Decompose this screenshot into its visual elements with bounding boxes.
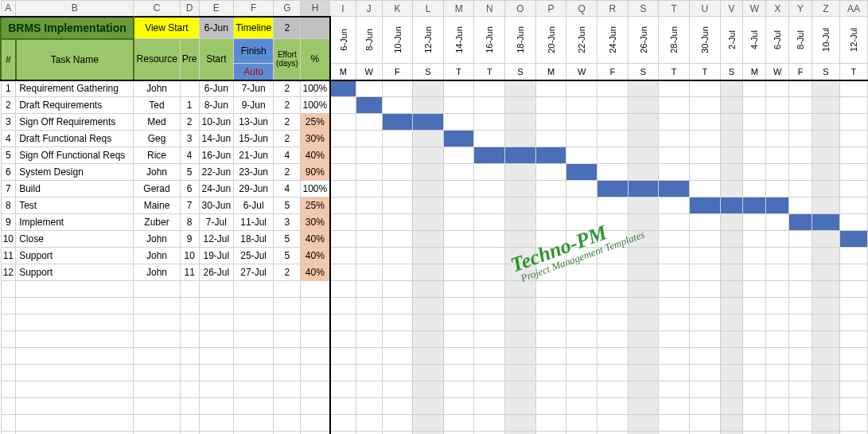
gantt-cell[interactable]	[812, 147, 839, 164]
empty-gantt-cell[interactable]	[566, 281, 597, 298]
gantt-cell[interactable]	[743, 97, 766, 114]
gantt-cell[interactable]	[413, 147, 444, 164]
gantt-cell[interactable]	[474, 97, 505, 114]
gantt-cell[interactable]	[566, 231, 597, 248]
gantt-cell[interactable]	[535, 264, 566, 281]
gantt-cell[interactable]	[382, 114, 413, 131]
empty-gantt-cell[interactable]	[505, 298, 536, 315]
gantt-cell[interactable]	[689, 80, 720, 97]
gantt-cell[interactable]	[356, 197, 383, 214]
empty-gantt-cell[interactable]	[474, 315, 505, 331]
gantt-cell[interactable]	[789, 80, 812, 97]
empty-cell[interactable]	[233, 432, 274, 435]
gantt-cell[interactable]	[330, 147, 356, 164]
gantt-cell[interactable]	[505, 264, 536, 281]
empty-gantt-cell[interactable]	[597, 281, 629, 298]
start-date[interactable]: 16-Jun	[199, 147, 233, 164]
finish-date[interactable]: 18-Jul	[233, 231, 274, 248]
gantt-cell[interactable]	[789, 114, 812, 131]
gantt-cell[interactable]	[597, 197, 629, 214]
empty-gantt-cell[interactable]	[566, 331, 597, 348]
empty-cell[interactable]	[1, 281, 16, 298]
pct-complete[interactable]: 25%	[301, 114, 330, 131]
empty-cell[interactable]	[180, 398, 199, 415]
empty-gantt-cell[interactable]	[443, 331, 474, 348]
gantt-cell[interactable]	[474, 80, 505, 97]
gantt-cell[interactable]	[628, 80, 659, 97]
column-header-J[interactable]: J	[356, 1, 383, 17]
gantt-cell[interactable]	[839, 114, 867, 131]
pct-complete[interactable]: 100%	[301, 80, 330, 97]
column-header-V[interactable]: V	[720, 1, 743, 17]
empty-cell[interactable]	[134, 331, 180, 348]
gantt-cell[interactable]	[812, 197, 839, 214]
predecessor[interactable]: 10	[180, 248, 199, 264]
empty-cell[interactable]	[1, 415, 16, 432]
predecessor[interactable]: 7	[180, 197, 199, 214]
empty-gantt-cell[interactable]	[566, 381, 597, 398]
empty-gantt-cell[interactable]	[443, 281, 474, 298]
empty-gantt-cell[interactable]	[597, 298, 629, 315]
empty-gantt-cell[interactable]	[689, 432, 720, 435]
timeline-value[interactable]: 2	[274, 17, 301, 39]
effort[interactable]: 5	[274, 231, 301, 248]
gantt-cell[interactable]	[413, 231, 444, 248]
gantt-cell[interactable]	[505, 80, 536, 97]
empty-cell[interactable]	[301, 365, 330, 381]
empty-gantt-cell[interactable]	[535, 398, 566, 415]
gantt-cell[interactable]	[839, 264, 867, 281]
empty-cell[interactable]	[301, 331, 330, 348]
gantt-cell[interactable]	[535, 248, 566, 264]
gantt-cell[interactable]	[413, 181, 444, 197]
gantt-cell[interactable]	[356, 231, 383, 248]
empty-gantt-cell[interactable]	[689, 315, 720, 331]
column-header-W[interactable]: W	[743, 1, 766, 17]
start-date[interactable]: 6-Jun	[199, 80, 233, 97]
gantt-cell[interactable]	[659, 181, 690, 197]
empty-gantt-cell[interactable]	[659, 298, 690, 315]
empty-gantt-cell[interactable]	[505, 415, 536, 432]
empty-gantt-cell[interactable]	[382, 348, 413, 365]
column-header-X[interactable]: X	[766, 1, 789, 17]
empty-cell[interactable]	[16, 281, 134, 298]
empty-gantt-cell[interactable]	[382, 381, 413, 398]
gantt-cell[interactable]	[505, 131, 536, 147]
pct-complete[interactable]: 90%	[301, 164, 330, 181]
task-name[interactable]: Support	[16, 248, 134, 264]
gantt-cell[interactable]	[356, 114, 383, 131]
empty-gantt-cell[interactable]	[505, 331, 536, 348]
gantt-cell[interactable]	[382, 131, 413, 147]
gantt-cell[interactable]	[812, 97, 839, 114]
gantt-cell[interactable]	[789, 97, 812, 114]
empty-cell[interactable]	[274, 348, 301, 365]
effort[interactable]: 2	[274, 80, 301, 97]
empty-gantt-cell[interactable]	[413, 398, 444, 415]
empty-cell[interactable]	[301, 298, 330, 315]
empty-gantt-cell[interactable]	[566, 298, 597, 315]
pct-complete[interactable]: 40%	[301, 147, 330, 164]
predecessor[interactable]: 5	[180, 164, 199, 181]
gantt-cell[interactable]	[597, 181, 629, 197]
gantt-cell[interactable]	[597, 164, 629, 181]
predecessor[interactable]: 1	[180, 97, 199, 114]
empty-gantt-cell[interactable]	[382, 432, 413, 435]
gantt-cell[interactable]	[443, 181, 474, 197]
gantt-cell[interactable]	[766, 197, 789, 214]
empty-cell[interactable]	[16, 432, 134, 435]
empty-gantt-cell[interactable]	[689, 415, 720, 432]
gantt-cell[interactable]	[535, 197, 566, 214]
gantt-cell[interactable]	[766, 231, 789, 248]
gantt-cell[interactable]	[505, 114, 536, 131]
gantt-cell[interactable]	[474, 264, 505, 281]
gantt-cell[interactable]	[720, 131, 743, 147]
column-header-I[interactable]: I	[330, 1, 356, 17]
empty-gantt-cell[interactable]	[330, 315, 356, 331]
empty-cell[interactable]	[233, 365, 274, 381]
empty-cell[interactable]	[134, 281, 180, 298]
finish-date[interactable]: 11-Jul	[233, 214, 274, 231]
gantt-cell[interactable]	[628, 264, 659, 281]
empty-gantt-cell[interactable]	[566, 415, 597, 432]
empty-gantt-cell[interactable]	[789, 415, 812, 432]
gantt-cell[interactable]	[659, 264, 690, 281]
gantt-cell[interactable]	[356, 97, 383, 114]
